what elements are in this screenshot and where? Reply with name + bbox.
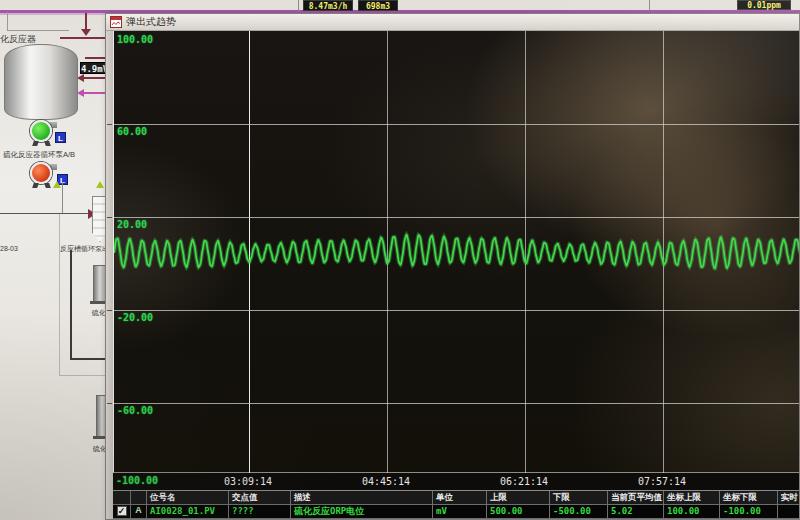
- pen-parameter-table: 位号名 交点值 描述 单位 上限 下限 当前页平均值 坐标上限 坐标下限 实时 …: [113, 490, 799, 519]
- pipe-line: [0, 213, 90, 214]
- realtime-cell: [778, 505, 799, 518]
- high-limit-cell: 500.00: [487, 505, 549, 518]
- window-title: 弹出式趋势: [126, 15, 176, 29]
- pipe-line-light: [59, 375, 105, 376]
- pump-foot: [44, 141, 51, 146]
- header-highlimit: 上限: [487, 491, 549, 504]
- pump-a-local-badge: L: [55, 132, 66, 143]
- pump-foot: [44, 183, 51, 188]
- x-tick-label: 04:45:14: [346, 476, 426, 487]
- pump-foot: [32, 183, 39, 188]
- tag-name-cell[interactable]: AI0028_01.PV: [147, 505, 228, 518]
- pump-group-label: 硫化反应器循环泵A/B: [3, 150, 75, 160]
- axis-tick: [107, 310, 112, 311]
- flow-value-box: 8.47m3/h: [303, 0, 353, 11]
- alarm-triangle-icon: [96, 181, 104, 188]
- sulfurization-reactor-vessel[interactable]: [4, 44, 78, 120]
- reactor-label: 化反应器: [0, 33, 36, 46]
- pipe-line-dark: [70, 358, 105, 360]
- axis-tick: [107, 124, 112, 125]
- pipe-line-light: [59, 214, 60, 376]
- pen-enabled-checkbox[interactable]: ✓: [117, 506, 127, 516]
- graphic-line: [649, 0, 650, 11]
- pipe-line-dark: [70, 250, 72, 360]
- plot-left-margin: [106, 31, 113, 519]
- pipe-line: [7, 30, 69, 31]
- trend-curve: [114, 31, 799, 473]
- pipe-line-maroon: [84, 77, 105, 79]
- pipe-line: [7, 12, 8, 31]
- alarm-triangle-icon: [53, 181, 61, 188]
- header-pen: [131, 491, 146, 504]
- y-tick-label-min: -100.00: [116, 475, 158, 486]
- flow-arrow-left-icon: [77, 74, 84, 82]
- header-tagname: 位号名: [147, 491, 228, 504]
- axis-tick: [107, 403, 112, 404]
- header-unit: 单位: [433, 491, 486, 504]
- header-axishigh: 坐标上限: [664, 491, 719, 504]
- row-select-cell: ✓: [113, 505, 130, 518]
- pipe-line: [62, 182, 63, 214]
- window-titlebar[interactable]: 弹出式趋势: [106, 14, 799, 31]
- header-select: [113, 491, 130, 504]
- axis-tick: [107, 217, 112, 218]
- circulation-pump-a-icon[interactable]: [30, 120, 52, 142]
- circulation-pump-b-icon[interactable]: [30, 162, 52, 184]
- page-average-cell: 5.02: [608, 505, 663, 518]
- axis-high-cell: 100.00: [664, 505, 719, 518]
- x-tick-label: 03:09:14: [208, 476, 288, 487]
- x-tick-label: 07:57:14: [622, 476, 702, 487]
- description-cell: 硫化反应ORP电位: [291, 505, 432, 518]
- low-limit-cell: -500.00: [550, 505, 607, 518]
- cylinder1-label: 硫化: [92, 308, 106, 318]
- header-realtime: 实时: [778, 491, 799, 504]
- flow-arrow-down-icon: [81, 29, 91, 36]
- graphic-line: [298, 0, 299, 11]
- x-tick-label: 06:21:14: [484, 476, 564, 487]
- pipe-line-magenta: [84, 92, 105, 94]
- cross-value-cell: ????: [229, 505, 290, 518]
- volume-value-box: 698m3: [358, 0, 398, 11]
- flow-arrow-left-icon: [77, 89, 84, 97]
- pipe-line-maroon: [85, 13, 87, 30]
- time-axis: -100.00 03:09:14 04:45:14 06:21:14 07:57…: [113, 473, 799, 490]
- trend-window-icon: [110, 16, 122, 28]
- ppm-value-box: 0.01ppm: [737, 0, 791, 10]
- axis-low-cell: -100.00: [720, 505, 777, 518]
- header-crossvalue: 交点值: [229, 491, 290, 504]
- unit-cell: mV: [433, 505, 486, 518]
- pump-foot: [32, 141, 39, 146]
- header-pageaverage: 当前页平均值: [608, 491, 663, 504]
- pipe-line-maroon: [85, 57, 105, 59]
- line-tag: 28-03: [0, 245, 18, 252]
- pen-letter: A: [131, 505, 146, 518]
- header-axislow: 坐标下限: [720, 491, 777, 504]
- trend-plot-area[interactable]: 100.00 60.00 20.00 -20.00 -60.00: [113, 31, 799, 473]
- pipe-line-maroon: [60, 37, 105, 39]
- header-description: 描述: [291, 491, 432, 504]
- trend-popup-window: 弹出式趋势 100.00 60.00 20.00 -20.00: [105, 13, 800, 520]
- header-lowlimit: 下限: [550, 491, 607, 504]
